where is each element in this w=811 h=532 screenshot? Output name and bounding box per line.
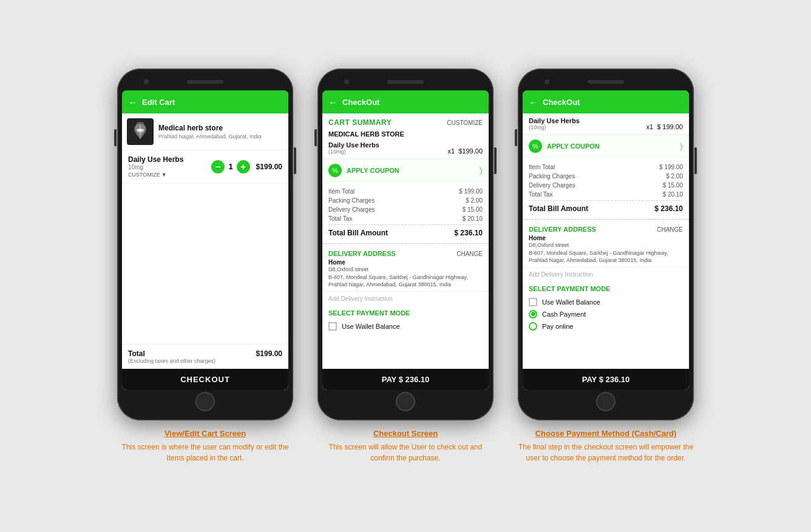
delivery-header-row-2: DELIVERY ADDRESS CHANGE — [328, 250, 483, 257]
phone-bottom-bar-1 — [122, 390, 288, 413]
change-link-3[interactable]: CHANGE — [657, 226, 683, 233]
phones-row: ← Edit Cart — [117, 69, 694, 463]
change-link-2[interactable]: CHANGE — [456, 251, 483, 257]
customize-action[interactable]: CUSTOMIZE — [447, 120, 483, 126]
dashed-sep-2 — [322, 243, 489, 244]
phone-section-3: ← CheckOut Daily Use Herbs (10mg) x1 $ 1… — [518, 69, 694, 463]
payment-title-3: SELECT PAYMENT MODE — [529, 285, 683, 292]
s3-product-variant: (10mg) — [529, 124, 580, 130]
screen1-body: Medical herb store Prahlad Nagar, Ahmeda… — [122, 113, 288, 390]
wallet-checkbox[interactable] — [328, 322, 337, 331]
store-address: Prahlad Nagar, Ahmedabad, Gujarat, India — [158, 133, 262, 140]
delivery-header-row-3: DELIVERY ADDRESS CHANGE — [529, 226, 683, 233]
phone-top-bar-3 — [523, 76, 689, 88]
total-note: (Excluding taxes and other charges) — [128, 358, 215, 364]
pay-btn-3[interactable]: PAY $ 236.10 — [523, 369, 689, 390]
cart-summary-label: CART SUMMARY — [328, 118, 392, 127]
phone-section-1: ← Edit Cart — [117, 69, 293, 463]
delivery-addr-3: D8,Oxford street B-607, Mondeal Square, … — [529, 241, 683, 264]
checkout-store-name: MEDICAL HERB STORE — [322, 129, 489, 140]
coupon-row-3[interactable]: % APPLY COUPON 〉 — [523, 135, 689, 158]
customize-link[interactable]: CUSTOMIZE ▼ — [128, 172, 208, 178]
bill-section-2: Item Total $ 199.00 Packing Charges $ 2.… — [322, 182, 489, 241]
qty-controls: − 1 + — [211, 160, 249, 173]
delivery-addr-2: D8,Oxford street B-607, Mondeal Square, … — [328, 266, 483, 289]
s3-delivery-row: Delivery Charges $ 15.00 — [529, 181, 683, 190]
phone-speaker-3 — [588, 80, 624, 84]
cart-item-name: Daily Use Herbs — [128, 155, 208, 164]
caption-title-3: Choose Payment Method (Cash/Card) — [518, 429, 694, 438]
s3-product-name: Daily Use Herbs — [529, 117, 580, 124]
back-arrow-icon-2[interactable]: ← — [328, 97, 338, 107]
cart-item-row: Daily Use Herbs 10mg CUSTOMIZE ▼ − 1 + — [122, 150, 288, 183]
pay-btn-2[interactable]: PAY $ 236.10 — [322, 369, 489, 390]
store-logo — [127, 118, 154, 145]
store-info: Medical herb store Prahlad Nagar, Ahmeda… — [122, 113, 288, 150]
phone-bottom-bar-3 — [523, 390, 689, 413]
delivery-instruction-3[interactable]: Add Delivery Instruction — [523, 267, 689, 281]
home-btn-1[interactable] — [195, 392, 215, 411]
bill-section-3: Item Total $ 199.00 Packing Charges $ 2.… — [523, 158, 689, 217]
chevron-down-icon: ▼ — [161, 172, 167, 178]
phone-top-bar-1 — [122, 76, 288, 88]
wallet-option-3[interactable]: Use Wallet Balance — [529, 296, 683, 308]
cash-option[interactable]: Cash Payment — [529, 308, 683, 320]
caption-1: View/Edit Cart Screen This screen is whe… — [117, 429, 293, 463]
cart-item-variant: 10mg — [128, 164, 208, 170]
delivery-type-3: Home — [529, 235, 683, 241]
item-price: $199.00 — [256, 163, 282, 171]
online-radio[interactable] — [529, 322, 537, 331]
coupon-text-3: APPLY COUPON — [547, 143, 675, 150]
back-arrow-icon[interactable]: ← — [128, 97, 137, 107]
coupon-row[interactable]: % APPLY COUPON 〉 — [322, 159, 489, 182]
s3-total-bill-row: Total Bill Amount $ 236.10 — [529, 200, 683, 214]
cart-item-details: Daily Use Herbs 10mg CUSTOMIZE ▼ — [128, 155, 208, 178]
dashed-sep-3 — [523, 219, 689, 220]
screen1-header-title: Edit Cart — [142, 98, 175, 107]
side-button-right-3 — [694, 147, 697, 174]
screen2-header: ← CheckOut — [322, 90, 489, 113]
screen3-header: ← CheckOut — [523, 90, 689, 113]
caption-title-2: Checkout Screen — [317, 429, 494, 438]
phone-screen-2: ← CheckOut CART SUMMARY CUSTOMIZE MEDICA… — [322, 90, 489, 390]
total-bill-row: Total Bill Amount $ 236.10 — [328, 224, 483, 238]
delivery-title-2: DELIVERY ADDRESS — [328, 250, 396, 257]
caption-desc-2: This screen will allow the User to check… — [317, 442, 494, 463]
checkout-btn[interactable]: CHECKOUT — [122, 369, 288, 390]
phone-camera-2 — [344, 79, 349, 84]
phone-shell-2: ← CheckOut CART SUMMARY CUSTOMIZE MEDICA… — [317, 69, 494, 420]
wallet-checkbox-3[interactable] — [529, 298, 537, 306]
qty-increase-btn[interactable]: + — [237, 160, 250, 173]
coupon-icon-3: % — [529, 140, 542, 153]
packing-charges-row: Packing Charges $ 2.00 — [328, 196, 483, 205]
screen3-scroll: Daily Use Herbs (10mg) x1 $ 199.00 % APP… — [523, 113, 689, 369]
checkout-product-name: Daily Use Herbs — [328, 141, 379, 149]
home-btn-3[interactable] — [596, 392, 616, 411]
delivery-section-2: DELIVERY ADDRESS CHANGE Home D8,Oxford s… — [322, 246, 489, 291]
online-option[interactable]: Pay online — [529, 320, 683, 332]
delivery-type-2: Home — [328, 259, 483, 266]
side-button-right-2 — [494, 147, 497, 174]
wallet-option-2[interactable]: Use Wallet Balance — [328, 320, 483, 332]
checkout-product-variant: (10mg) — [328, 149, 379, 155]
phone-shell-1: ← Edit Cart — [117, 69, 293, 420]
coupon-icon: % — [328, 164, 342, 177]
screen3-header-title: CheckOut — [543, 98, 580, 107]
store-text: Medical herb store Prahlad Nagar, Ahmeda… — [158, 124, 262, 140]
payment-section-3: SELECT PAYMENT MODE Use Wallet Balance C… — [523, 281, 689, 335]
delivery-instruction-2[interactable]: Add Delivery Instruction — [322, 291, 489, 306]
screen1-header: ← Edit Cart — [122, 90, 288, 113]
screen3-product-row: Daily Use Herbs (10mg) x1 $ 199.00 — [523, 113, 689, 135]
home-btn-2[interactable] — [396, 392, 415, 411]
cash-radio[interactable] — [529, 310, 537, 318]
phone-screen-3: ← CheckOut Daily Use Herbs (10mg) x1 $ 1… — [523, 90, 689, 390]
back-arrow-icon-3[interactable]: ← — [529, 97, 538, 107]
delivery-charges-row: Delivery Charges $ 15.00 — [328, 205, 483, 214]
item-total-row: Item Total $ 199.00 — [328, 187, 483, 196]
qty-decrease-btn[interactable]: − — [211, 160, 225, 173]
store-name: Medical herb store — [158, 124, 262, 132]
phone-camera-3 — [545, 79, 549, 84]
s3-packing-row: Packing Charges $ 2.00 — [529, 172, 683, 181]
phone-speaker-1 — [187, 80, 223, 84]
s3-item-total-row: Item Total $ 199.00 — [529, 163, 683, 172]
